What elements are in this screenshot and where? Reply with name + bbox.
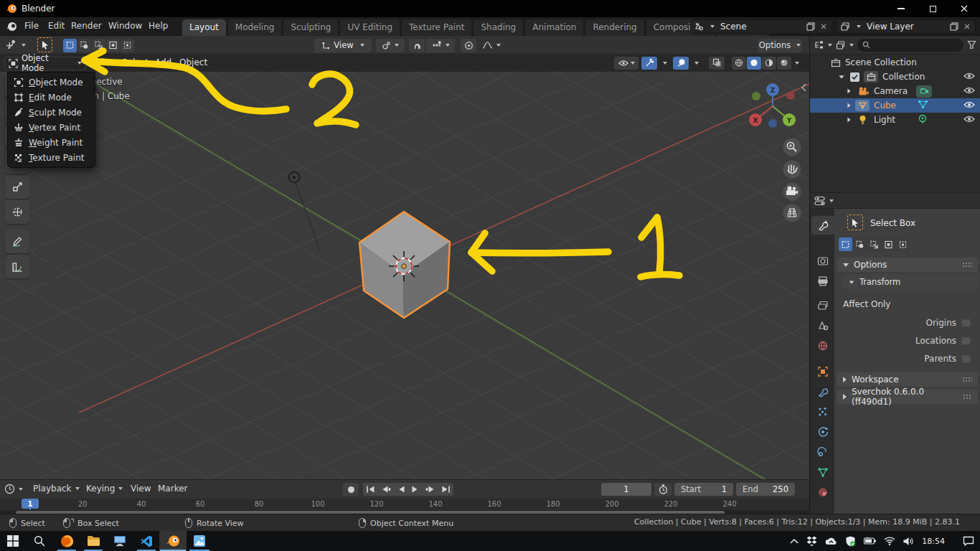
taskbar-explorer-icon[interactable] [85, 533, 101, 549]
overlays-dropdown[interactable] [692, 57, 702, 70]
next-keyframe-button[interactable] [425, 486, 435, 493]
hide-light-eye-icon[interactable] [963, 115, 975, 125]
gizmo-axis-z-neg[interactable] [768, 119, 777, 128]
gizmo-axis-x-neg[interactable] [786, 91, 795, 100]
viewport-menu-add[interactable]: Add [155, 57, 171, 67]
minimize-button[interactable] [885, 0, 917, 17]
start-button[interactable] [5, 533, 21, 549]
pan-hand-button[interactable] [783, 161, 801, 179]
parents-checkbox[interactable] [961, 354, 971, 363]
editor-type-button[interactable] [6, 39, 26, 51]
tool-mode-extend[interactable] [853, 237, 867, 251]
select-mode-set[interactable] [63, 39, 77, 52]
select-mode-invert[interactable] [106, 39, 120, 52]
transform-panel-header[interactable]: Transform [843, 275, 978, 289]
proportional-editing-toggle[interactable] [461, 39, 476, 52]
origins-checkbox[interactable] [961, 318, 971, 327]
disclosure-closed-icon[interactable] [847, 89, 850, 94]
hide-camera-eye-icon[interactable] [963, 86, 975, 96]
select-mode-subtract[interactable] [92, 39, 105, 52]
scene-name[interactable]: Scene [717, 22, 803, 32]
tray-expand-icon[interactable] [790, 538, 798, 544]
workspace-panel-header[interactable]: Workspace [837, 372, 978, 387]
jump-to-start-button[interactable] [366, 486, 375, 493]
snap-toggle[interactable] [409, 39, 425, 52]
hide-collection-eye-icon[interactable] [963, 72, 975, 82]
outliner-row-scene-collection[interactable]: Scene Collection [810, 55, 980, 70]
options-panel-header[interactable]: Options [837, 258, 978, 272]
jump-to-end-button[interactable] [441, 486, 451, 493]
menu-item-vertex-paint[interactable]: Vertex Paint [8, 120, 95, 135]
gizmo-axis-y-neg[interactable] [752, 92, 760, 100]
menu-item-sculpt-mode[interactable]: Sculpt Mode [8, 105, 95, 120]
outliner-row-camera[interactable]: Camera [810, 84, 980, 98]
menu-edit[interactable]: Edit [46, 21, 67, 31]
viewport-menu-object[interactable]: Object [179, 57, 207, 67]
show-overlays-toggle[interactable] [673, 57, 689, 70]
tab-layout[interactable]: Layout [182, 19, 226, 36]
timeline-menu-marker[interactable]: Marker [158, 484, 187, 494]
viewport-menu-view[interactable]: View [96, 57, 116, 67]
outliner-row-label[interactable]: Collection [882, 72, 925, 82]
wifi-icon[interactable] [884, 537, 895, 545]
tab-world[interactable] [811, 336, 834, 355]
menu-help[interactable]: Help [146, 21, 170, 31]
taskbar-photos-icon[interactable] [192, 533, 207, 549]
action-center-icon[interactable] [963, 536, 974, 546]
tab-object[interactable] [811, 362, 834, 381]
frame-end-field[interactable]: End 250 [736, 483, 795, 496]
light-data-badge[interactable] [918, 114, 928, 126]
tab-physics[interactable] [811, 423, 834, 441]
outliner-filter-collection-dropdown[interactable] [836, 40, 854, 50]
prev-keyframe-button[interactable] [382, 486, 392, 493]
onedrive-icon[interactable] [825, 537, 837, 545]
tab-scene[interactable] [811, 316, 834, 335]
menu-window[interactable]: Window [106, 21, 144, 31]
taskbar-search-icon[interactable] [32, 533, 47, 549]
tool-mode-set[interactable] [839, 237, 852, 251]
panel-grip-icon[interactable] [963, 394, 972, 400]
tab-uv-editing[interactable]: UV Editing [340, 19, 400, 36]
camera-data-badge[interactable] [916, 85, 932, 98]
maximize-button[interactable] [917, 0, 948, 17]
outliner-row-label[interactable]: Cube [874, 100, 896, 110]
unlink-scene-icon[interactable] [819, 22, 829, 32]
tab-modifiers[interactable] [811, 382, 834, 401]
timeline-menu-view[interactable]: View [131, 484, 151, 494]
zoom-button[interactable] [783, 138, 801, 156]
tab-object-data[interactable] [811, 463, 834, 481]
volume-icon[interactable] [903, 537, 914, 546]
timeline-editor-type-button[interactable] [4, 484, 23, 494]
show-gizmo-toggle[interactable] [641, 57, 657, 70]
new-scene-icon[interactable] [806, 22, 816, 32]
panel-grip-icon[interactable] [962, 262, 972, 268]
outliner-row-label[interactable]: Camera [874, 86, 908, 96]
pivot-point-dropdown[interactable] [376, 39, 405, 52]
active-tool-button[interactable] [37, 37, 52, 52]
timeline-ruler[interactable]: 20 40 60 80 100 120 140 160 180 200 220 … [0, 499, 809, 510]
viewport-menu-select[interactable]: Select [122, 57, 149, 67]
outliner-display-mode-dropdown[interactable] [814, 40, 832, 50]
dropbox-icon[interactable] [806, 536, 817, 546]
outliner-row-label[interactable]: Light [874, 115, 895, 125]
menu-item-object-mode[interactable]: Object Mode [8, 75, 95, 90]
options-dropdown[interactable]: Options [758, 39, 802, 52]
mesh-data-badge[interactable] [918, 100, 928, 111]
close-button[interactable] [948, 0, 980, 17]
battery-icon[interactable] [864, 537, 876, 545]
taskbar-blender-tile[interactable] [159, 531, 187, 551]
transform-orientation-dropdown[interactable]: View [314, 39, 372, 52]
menu-render[interactable]: Render [69, 21, 104, 31]
object-visibility-dropdown[interactable] [614, 57, 639, 70]
tab-modeling[interactable]: Modeling [228, 19, 282, 36]
timeline-menu-playback[interactable]: Playback [33, 484, 80, 494]
filter-funnel-icon[interactable] [967, 40, 976, 50]
sidebar-collapse-icon[interactable] [802, 84, 806, 91]
tool-mode-subtract[interactable] [867, 237, 881, 251]
xray-toggle[interactable] [709, 57, 725, 70]
outliner-row-cube[interactable]: Cube [810, 98, 980, 113]
current-frame-field[interactable]: 1 [601, 483, 651, 496]
outliner-search-input[interactable] [857, 39, 963, 52]
tab-texture-paint[interactable]: Texture Paint [402, 19, 471, 36]
blender-app-menu-icon[interactable] [6, 21, 17, 32]
